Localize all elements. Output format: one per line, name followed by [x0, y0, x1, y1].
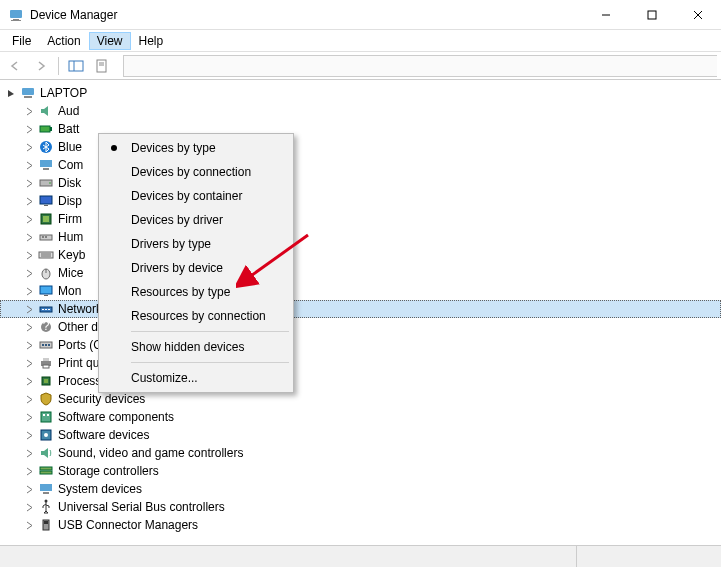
svg-rect-49 [44, 379, 48, 383]
svg-point-26 [42, 236, 44, 238]
svg-point-27 [45, 236, 47, 238]
menu-view[interactable]: View [89, 32, 131, 50]
tree-item-label: System devices [56, 482, 142, 496]
menu-item-show-hidden-devices[interactable]: Show hidden devices [101, 335, 291, 359]
expand-icon[interactable] [22, 395, 36, 404]
mouse-icon [38, 265, 54, 281]
menu-item-resources-by-type[interactable]: Resources by type [101, 280, 291, 304]
expand-icon[interactable] [22, 269, 36, 278]
view-dropdown-menu: Devices by typeDevices by connectionDevi… [98, 133, 294, 393]
expand-icon[interactable] [22, 377, 36, 386]
security-icon [38, 391, 54, 407]
display-icon [38, 193, 54, 209]
tree-item[interactable]: Universal Serial Bus controllers [0, 498, 721, 516]
svg-rect-15 [50, 127, 52, 131]
expand-icon[interactable] [22, 215, 36, 224]
expand-icon[interactable] [22, 485, 36, 494]
menu-item-devices-by-driver[interactable]: Devices by driver [101, 208, 291, 232]
other-icon: ? [38, 319, 54, 335]
usb-icon [38, 499, 54, 515]
firmware-icon [38, 211, 54, 227]
expand-icon[interactable] [22, 359, 36, 368]
expand-icon[interactable] [22, 521, 36, 530]
menu-help[interactable]: Help [131, 32, 172, 50]
toolbar [0, 52, 721, 80]
window-controls [583, 0, 721, 29]
tree-item-label: Storage controllers [56, 464, 159, 478]
expand-icon[interactable] [22, 503, 36, 512]
expand-icon[interactable] [22, 251, 36, 260]
cpu-icon [38, 373, 54, 389]
close-button[interactable] [675, 0, 721, 29]
collapse-icon[interactable] [4, 89, 18, 98]
expand-icon[interactable] [22, 341, 36, 350]
tree-item-label: Sound, video and game controllers [56, 446, 243, 460]
status-section-left [0, 546, 577, 567]
hid-icon [38, 229, 54, 245]
svg-rect-61 [44, 521, 48, 524]
expand-icon[interactable] [22, 161, 36, 170]
port-icon [38, 337, 54, 353]
expand-icon[interactable] [22, 467, 36, 476]
show-hide-console-button[interactable] [65, 55, 87, 77]
tree-item-label: Blue [56, 140, 82, 154]
swcomp-icon [38, 409, 54, 425]
tree-item-label: USB Connector Managers [56, 518, 198, 532]
svg-point-44 [48, 344, 50, 346]
audio-icon [38, 103, 54, 119]
tree-item-label: Software devices [56, 428, 149, 442]
expand-icon[interactable] [22, 125, 36, 134]
tree-item[interactable]: USB Connector Managers [0, 516, 721, 534]
expand-icon[interactable] [22, 143, 36, 152]
menu-item-resources-by-connection[interactable]: Resources by connection [101, 304, 291, 328]
maximize-button[interactable] [629, 0, 675, 29]
expand-icon[interactable] [22, 431, 36, 440]
forward-button[interactable] [30, 55, 52, 77]
menu-item-devices-by-connection[interactable]: Devices by connection [101, 160, 291, 184]
expand-icon[interactable] [22, 305, 36, 314]
svg-rect-2 [11, 20, 21, 21]
system-icon [38, 481, 54, 497]
expand-icon[interactable] [22, 287, 36, 296]
minimize-button[interactable] [583, 0, 629, 29]
menu-file[interactable]: File [4, 32, 39, 50]
menu-item-devices-by-container[interactable]: Devices by container [101, 184, 291, 208]
properties-button[interactable] [91, 55, 113, 77]
menu-item-devices-by-type[interactable]: Devices by type [101, 136, 291, 160]
menu-item-label: Devices by container [131, 189, 242, 203]
svg-rect-37 [45, 309, 47, 310]
storage-icon [38, 463, 54, 479]
expand-icon[interactable] [22, 233, 36, 242]
svg-rect-17 [40, 160, 52, 167]
tree-item[interactable]: Aud [0, 102, 721, 120]
menu-action[interactable]: Action [39, 32, 88, 50]
swdev-icon [38, 427, 54, 443]
monitor-icon [38, 283, 54, 299]
tree-item-label: Hum [56, 230, 83, 244]
expand-icon[interactable] [22, 197, 36, 206]
svg-text:?: ? [43, 319, 50, 333]
tree-item-label: Disk [56, 176, 81, 190]
menu-bar: File Action View Help [0, 30, 721, 52]
bullet-icon [111, 145, 117, 151]
tree-item[interactable]: Software components [0, 408, 721, 426]
svg-rect-52 [47, 414, 49, 416]
expand-icon[interactable] [22, 413, 36, 422]
expand-icon[interactable] [22, 179, 36, 188]
menu-item-customize[interactable]: Customize... [101, 366, 291, 390]
svg-point-54 [44, 433, 48, 437]
menu-item-drivers-by-device[interactable]: Drivers by device [101, 256, 291, 280]
expand-icon[interactable] [22, 323, 36, 332]
tree-item[interactable]: System devices [0, 480, 721, 498]
svg-rect-22 [44, 205, 48, 206]
tree-item[interactable]: Software devices [0, 426, 721, 444]
tree-item[interactable]: Storage controllers [0, 462, 721, 480]
tree-item[interactable]: Sound, video and game controllers [0, 444, 721, 462]
menu-item-drivers-by-type[interactable]: Drivers by type [101, 232, 291, 256]
expand-icon[interactable] [22, 449, 36, 458]
menu-item-label: Resources by type [131, 285, 230, 299]
back-button[interactable] [4, 55, 26, 77]
expand-icon[interactable] [22, 107, 36, 116]
tree-root[interactable]: LAPTOP [0, 84, 721, 102]
menu-item-label: Show hidden devices [131, 340, 244, 354]
